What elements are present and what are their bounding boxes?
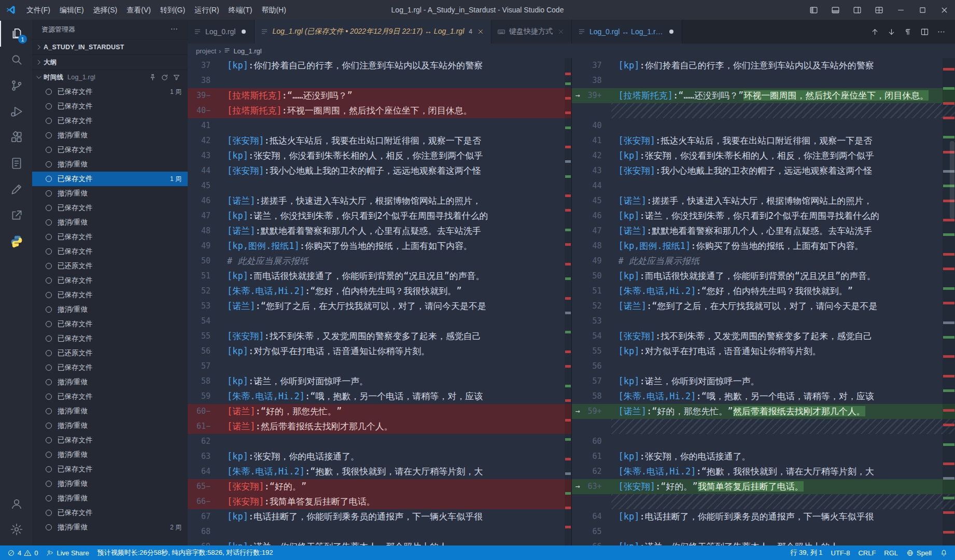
timeline-item[interactable]: 撤消/重做 xyxy=(32,477,188,491)
overview-ruler[interactable] xyxy=(943,58,955,545)
code-line[interactable]: 65−[张安翔]:“好的。” xyxy=(188,479,571,494)
diff-original-pane[interactable]: 37[kp]:你们拎着自己的行李，你们注意到车站内以及车站外的警察3839−[拉… xyxy=(188,58,571,545)
code-line[interactable]: 50[kp]:而电话很快就接通了，你能听到背景的“况且况且”的声音。 xyxy=(572,269,955,284)
code-line[interactable]: 51[kp]:而电话很快就接通了，你能听到背景的“况且况且”的声音。 xyxy=(188,269,571,284)
activitybar-debug[interactable] xyxy=(0,99,32,124)
close-icon[interactable] xyxy=(556,27,566,36)
code-line[interactable]: 47[诺兰]:默默地看着警察和那几个人，心里有点疑惑。去车站洗手 xyxy=(572,223,955,239)
code-line[interactable]: 57[kp]:诺兰，你听到对面惊呼一声。 xyxy=(572,374,955,389)
code-line[interactable]: 45 xyxy=(188,178,571,193)
code-line[interactable]: 51[朱蒂.电话,Hi.2]:“您好，伯内特先生吗？我很快就到。” xyxy=(572,284,955,299)
whitespace-button[interactable] xyxy=(900,24,916,39)
tab[interactable]: Log_1.rgl (已保存文件 • 2022年12月9日 22:17) ↔ L… xyxy=(255,20,491,44)
code-line[interactable]: 52[诺兰]:“您到了之后，在大厅找我就可以，对了，请问今天是不是 xyxy=(572,299,955,314)
timeline-item[interactable]: 已保存文件 xyxy=(32,230,188,244)
timeline-item[interactable]: 已保存文件 xyxy=(32,114,188,128)
code-line[interactable]: 46[诺兰]:搓搓手，快速进入车站大厅，根据博物馆网站上的照片， xyxy=(188,193,571,208)
code-line[interactable]: 40 xyxy=(572,118,955,133)
layout-sidebar-right-button[interactable] xyxy=(846,0,868,20)
layout-grid-button[interactable] xyxy=(868,0,890,20)
activitybar-pen[interactable] xyxy=(0,176,32,202)
section-outline[interactable]: 大纲 xyxy=(32,54,188,69)
timeline-item[interactable]: 已保存文件 xyxy=(32,462,188,477)
code-line[interactable]: 52[朱蒂.电话,Hi.2]:“您好，伯内特先生吗？我很快就到。” xyxy=(188,284,571,299)
win-min-button[interactable] xyxy=(890,0,911,20)
code-line[interactable]: 39−[拉塔斯托克]:“……还没到吗？” xyxy=(188,88,571,103)
split-button[interactable] xyxy=(917,24,932,39)
timeline-item[interactable]: 已保存文件1 周 xyxy=(32,85,188,99)
code-line[interactable]: 63[kp]:张安翔，你的电话接通了。 xyxy=(188,449,571,464)
code-line[interactable]: 59[朱蒂.电话,Hi.2]:“哦，抱歉，另一个电话，请稍等，对，应该 xyxy=(188,389,571,404)
code-line[interactable]: 42[张安翔]:抵达火车站后，我要在出站口附近徘徊，观察一下是否 xyxy=(188,133,571,148)
diff-filler-row[interactable] xyxy=(572,103,955,118)
timeline-item[interactable]: 已保存文件 xyxy=(32,99,188,114)
code-line[interactable]: 46[kp]:诺兰，你没找到朱蒂，你只看到2个似乎在周围寻找着什么的 xyxy=(572,208,955,223)
timeline-item[interactable]: 撤消/重做 xyxy=(32,375,188,389)
code-line[interactable]: 43[张安翔]:我小心地戴上我的卫衣的帽子，远远地观察着这两个怪 xyxy=(572,163,955,178)
code-line[interactable]: 48[诺兰]:默默地看着警察和那几个人，心里有点疑惑。去车站洗手 xyxy=(188,223,571,239)
code-line[interactable]: 55[kp]:对方似乎在打电话，语音通知让你稍等片刻。 xyxy=(572,344,955,359)
tab[interactable]: 键盘快捷方式 xyxy=(491,20,572,44)
code-line[interactable]: 64[kp]:电话挂断了，你能听到乘务员的通报声，下一辆火车似乎很 xyxy=(572,509,955,524)
timeline-item[interactable]: 撤消/重做 xyxy=(32,302,188,317)
code-line[interactable]: 54 xyxy=(188,314,571,329)
breadcrumb-file-item[interactable]: Log_1.rgl xyxy=(223,47,261,55)
code-line[interactable]: 41[张安翔]:抵达火车站后，我要在出站口附近徘徊，观察一下是否 xyxy=(572,133,955,148)
activitybar-python[interactable] xyxy=(0,228,32,254)
activitybar-notebook[interactable] xyxy=(0,150,32,176)
code-line[interactable]: 53[诺兰]:“您到了之后，在大厅找我就可以，对了，请问今天是不是 xyxy=(188,299,571,314)
code-line[interactable]: 38 xyxy=(188,73,571,88)
timeline-item[interactable]: 撤消/重做 xyxy=(32,491,188,506)
timeline-item[interactable]: 已保存文件 xyxy=(32,433,188,447)
code-line[interactable]: →63+[张安翔]:“好的。”我简单答复后挂断了电话。 xyxy=(572,479,955,494)
timeline-item[interactable]: 已保存文件1 周 xyxy=(32,172,188,186)
activitybar-settings[interactable] xyxy=(0,516,32,542)
status-cursor-position[interactable]: 行 39, 列 1 xyxy=(786,545,826,560)
timeline-item[interactable]: 已保存文件 xyxy=(32,360,188,375)
modified-dot-icon[interactable] xyxy=(239,27,248,36)
code-line[interactable]: 66−[张安翔]:我简单答复后挂断了电话。 xyxy=(188,494,571,509)
activitybar-source-control[interactable] xyxy=(0,73,32,99)
timeline-item[interactable]: 已保存文件 xyxy=(32,201,188,215)
code-line[interactable]: 49[kp,图例.报纸1]:你购买了份当地的报纸，上面有如下内容。 xyxy=(188,239,571,254)
timeline-item[interactable]: 已保存文件 xyxy=(32,506,188,520)
code-line[interactable]: 67[kp]:电话挂断了，你能听到乘务员的通报声，下一辆火车似乎很 xyxy=(188,509,571,524)
status-encoding[interactable]: UTF-8 xyxy=(827,545,854,560)
timeline-item[interactable]: 撤消/重做 xyxy=(32,404,188,418)
code-line[interactable]: 66[kp]:诺兰，你们终于等到了朱蒂本人，那个照片上的人…… xyxy=(572,539,955,545)
diff-change-arrow-icon[interactable]: → xyxy=(575,479,580,494)
code-line[interactable]: 56[kp]:对方似乎在打电话，语音通知让你稍等片刻。 xyxy=(188,344,571,359)
win-max-button[interactable] xyxy=(911,0,933,20)
activitybar-search[interactable] xyxy=(0,47,32,73)
code-line[interactable]: 61−[诺兰]:然后带着报纸去找刚才那几个人。 xyxy=(188,419,571,434)
code-line[interactable]: 44[张安翔]:我小心地戴上我的卫衣的帽子，远远地观察着这两个怪 xyxy=(188,163,571,178)
menu-item[interactable]: 转到(G) xyxy=(156,3,190,17)
code-line[interactable]: 69[kp]:诺兰，你们终于等到了朱蒂本人，那个照片上的人…… xyxy=(188,539,571,545)
timeline-item[interactable]: 撤消/重做2 周 xyxy=(32,520,188,535)
code-line[interactable]: 50# 此处应当展示报纸 xyxy=(188,254,571,269)
diff-filler-row[interactable] xyxy=(572,419,955,434)
code-line[interactable]: 47[kp]:诺兰，你没找到朱蒂，你只看到2个似乎在周围寻找着什么的 xyxy=(188,208,571,223)
status-spell[interactable]: Spell xyxy=(902,545,936,560)
timeline-item[interactable]: 已保存文件 xyxy=(32,273,188,288)
menu-item[interactable]: 运行(R) xyxy=(190,3,223,17)
code-line[interactable]: 58[朱蒂.电话,Hi.2]:“哦，抱歉，另一个电话，请稍等，对，应该 xyxy=(572,389,955,404)
menu-item[interactable]: 编辑(E) xyxy=(55,3,89,17)
activitybar-remote[interactable] xyxy=(0,202,32,228)
modified-dot-icon[interactable] xyxy=(667,27,676,36)
layout-sidebar-left-button[interactable] xyxy=(803,0,824,20)
code-line[interactable]: 41 xyxy=(188,118,571,133)
timeline-item[interactable]: 已保存文件 xyxy=(32,389,188,404)
code-line[interactable]: 58[kp]:诺兰，你听到对面惊呼一声。 xyxy=(188,374,571,389)
code-line[interactable]: →39+[拉塔斯托克]:“……还没到吗？”环视一圈周围，然后找个座位坐下，闭目休… xyxy=(572,88,955,103)
menu-item[interactable]: 帮助(H) xyxy=(257,3,290,17)
status-notifications[interactable] xyxy=(936,545,952,560)
menu-item[interactable]: 查看(V) xyxy=(122,3,156,17)
overview-ruler[interactable] xyxy=(565,58,571,545)
code-line[interactable]: 37[kp]:你们拎着自己的行李，你们注意到车站内以及车站外的警察 xyxy=(572,58,955,73)
status-live-share[interactable]: Live Share xyxy=(42,545,93,560)
tab[interactable]: Log_0.rgl xyxy=(188,20,255,44)
code-line[interactable]: 45[诺兰]:搓搓手，快速进入车站大厅，根据博物馆网站上的照片， xyxy=(572,193,955,208)
menu-item[interactable]: 文件(F) xyxy=(22,3,55,17)
code-line[interactable]: 38 xyxy=(572,73,955,88)
